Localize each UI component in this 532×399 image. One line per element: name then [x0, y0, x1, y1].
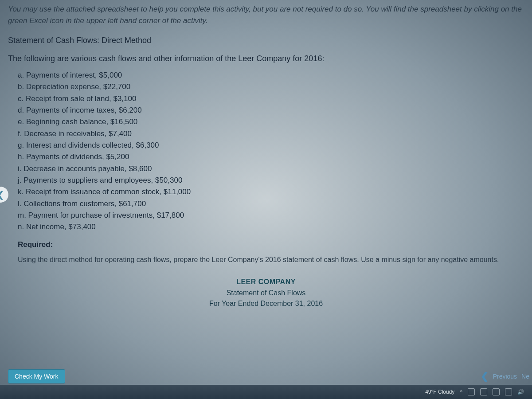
tray-icon[interactable]	[468, 388, 475, 395]
list-item: a. Payments of interest, $5,000	[18, 70, 524, 81]
tray-icon[interactable]	[493, 388, 500, 395]
list-item: j. Payments to suppliers and employees, …	[18, 175, 524, 186]
list-item: m. Payment for purchase of investments, …	[18, 210, 524, 221]
windows-taskbar: 49°F Cloudy ^ 🔊	[0, 385, 532, 399]
chevron-up-icon[interactable]: ^	[460, 389, 462, 395]
list-item: l. Collections from customers, $61,700	[18, 198, 524, 210]
volume-icon[interactable]: 🔊	[517, 389, 524, 395]
list-item: k. Receipt from issuance of common stock…	[18, 186, 524, 198]
next-button[interactable]: Ne	[521, 373, 529, 380]
check-my-work-button[interactable]: Check My Work	[8, 369, 65, 383]
tray-icon[interactable]	[505, 388, 512, 395]
required-text: Using the direct method for operating ca…	[18, 254, 524, 265]
list-item: n. Net income, $73,400	[18, 221, 524, 233]
statement-header: LEER COMPANY Statement of Cash Flows For…	[8, 277, 524, 309]
statement-title: Statement of Cash Flows	[8, 288, 524, 299]
required-title: Required:	[18, 240, 524, 249]
statement-period: For Year Ended December 31, 2016	[8, 298, 524, 309]
statement-company: LEER COMPANY	[8, 277, 524, 288]
list-item: c. Receipt from sale of land, $3,100	[18, 93, 524, 105]
list-item: h. Payments of dividends, $5,200	[18, 151, 524, 163]
weather-text: 49°F Cloudy	[425, 389, 454, 395]
lead-text: The following are various cash flows and…	[8, 54, 524, 63]
chevron-left-icon[interactable]: ❮	[481, 371, 489, 382]
instruction-text: You may use the attached spreadsheet to …	[8, 4, 524, 26]
battery-icon[interactable]	[480, 388, 487, 395]
cash-flow-items: a. Payments of interest, $5,000 b. Depre…	[8, 70, 524, 233]
section-title: Statement of Cash Flows: Direct Method	[8, 36, 524, 45]
weather-widget[interactable]: 49°F Cloudy	[425, 389, 454, 395]
list-item: b. Depreciation expense, $22,700	[18, 81, 524, 93]
list-item: g. Interest and dividends collected, $6,…	[18, 140, 524, 151]
list-item: i. Decrease in accounts payable, $8,600	[18, 163, 524, 175]
list-item: f. Decrease in receivables, $7,400	[18, 128, 524, 140]
previous-button[interactable]: Previous	[493, 373, 517, 380]
chevron-left-icon: ❮	[0, 189, 4, 200]
list-item: e. Beginning cash balance, $16,500	[18, 116, 524, 128]
list-item: d. Payments of income taxes, $6,200	[18, 105, 524, 116]
